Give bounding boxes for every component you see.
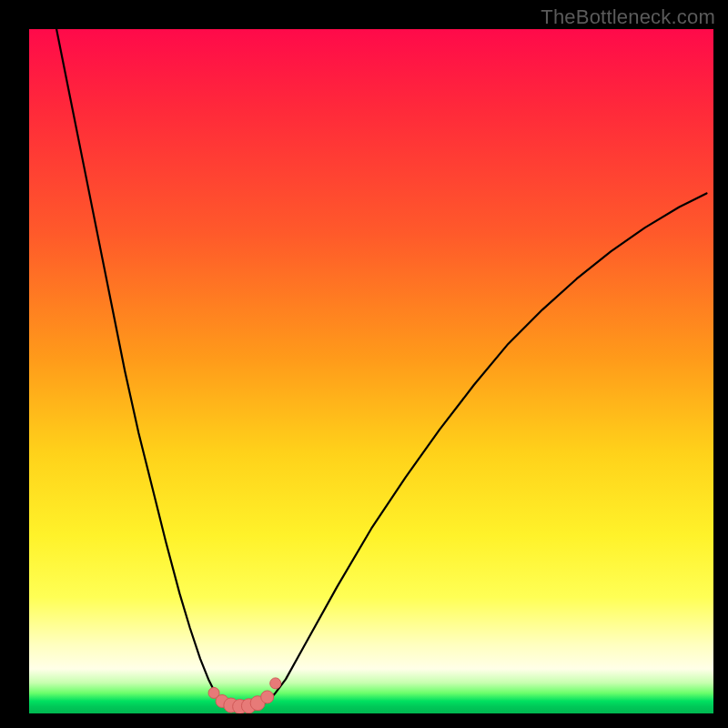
- bottleneck-curve: [56, 29, 706, 707]
- plot-area: [29, 29, 713, 713]
- curve-layer: [29, 29, 713, 713]
- outer-frame: TheBottleneck.com: [0, 0, 728, 728]
- trough-marker: [270, 678, 281, 689]
- watermark-text: TheBottleneck.com: [541, 5, 715, 29]
- trough-marker: [261, 691, 274, 703]
- trough-markers: [208, 678, 281, 713]
